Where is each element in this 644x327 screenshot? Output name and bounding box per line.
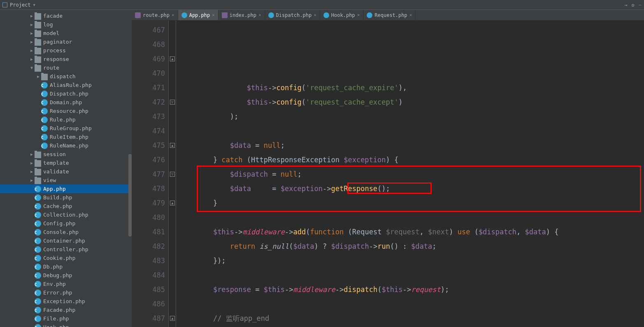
folder-icon — [35, 13, 41, 20]
tree-arrow[interactable]: ▶ — [30, 57, 34, 61]
tree-item-Build-php[interactable]: Build.php — [0, 193, 132, 202]
tab-Dispatch-php[interactable]: Dispatch.php× — [265, 10, 320, 20]
fold-marker[interactable]: ▽ — [170, 100, 175, 105]
line-number: 484 — [132, 268, 165, 283]
close-icon[interactable]: × — [314, 12, 316, 18]
tree-item-RuleItem-php[interactable]: RuleItem.php — [0, 133, 132, 141]
tree-item-AliasRule-php[interactable]: AliasRule.php — [0, 81, 132, 89]
tree-item-Domain-php[interactable]: Domain.php — [0, 98, 132, 107]
line-number: 481 — [132, 225, 165, 239]
close-icon[interactable]: × — [258, 12, 261, 18]
fold-marker[interactable]: ▲ — [170, 316, 175, 321]
fold-marker[interactable]: ▲ — [170, 143, 175, 148]
tree-item-Exception-php[interactable]: Exception.php — [0, 297, 132, 306]
code-line: $dispatch = null; — [179, 167, 644, 182]
tree-item-label: process — [43, 47, 66, 54]
tree-item-route[interactable]: ▼route — [0, 63, 132, 72]
tree-item-label: log — [43, 21, 53, 28]
line-gutter: 4674684694704714724734744754764774784794… — [132, 21, 169, 327]
tree-item-session[interactable]: ▶session — [0, 150, 132, 159]
tree-item-Cookie-php[interactable]: Cookie.php — [0, 254, 132, 262]
close-icon[interactable]: × — [212, 12, 215, 18]
tree-arrow[interactable]: ▶ — [30, 22, 34, 27]
code-editor[interactable]: $this->config('request_cache_expire'), $… — [176, 21, 644, 327]
code-line — [179, 124, 644, 138]
project-tree[interactable]: ▶facade▶log▶model▶paginator▶process▶resp… — [0, 10, 132, 327]
fold-marker[interactable]: ▽ — [170, 172, 175, 177]
tree-item-facade[interactable]: ▶facade — [0, 12, 132, 20]
tree-item-File-php[interactable]: File.php — [0, 314, 132, 323]
tree-item-Dispatch-php[interactable]: Dispatch.php — [0, 89, 132, 98]
tree-arrow[interactable]: ▶ — [30, 161, 34, 165]
tree-item-process[interactable]: ▶process — [0, 46, 132, 55]
tree-arrow[interactable]: ▶ — [30, 48, 34, 53]
tree-item-Hook-php[interactable]: Hook.php — [0, 323, 132, 327]
tree-item-label: Cache.php — [43, 203, 72, 209]
tree-arrow[interactable]: ▶ — [30, 14, 34, 18]
project-dropdown[interactable]: Project ▼ — [2, 2, 35, 8]
tree-item-label: Collection.php — [43, 212, 88, 218]
tree-item-log[interactable]: ▶log — [0, 20, 132, 29]
tree-item-label: Db.php — [43, 264, 63, 270]
tree-item-Container-php[interactable]: Container.php — [0, 236, 132, 245]
tree-item-response[interactable]: ▶response — [0, 55, 132, 63]
tree-item-Env-php[interactable]: Env.php — [0, 280, 132, 288]
tree-arrow[interactable]: ▶ — [30, 169, 34, 174]
hide-icon[interactable]: — — [639, 2, 642, 8]
code-line: return is_null($data) ? $dispatch->run()… — [179, 239, 644, 254]
folder-icon — [41, 74, 48, 80]
tab-index-php[interactable]: index.php× — [219, 10, 265, 20]
tree-item-label: Env.php — [43, 281, 66, 287]
settings-icon[interactable]: ✿ — [632, 2, 635, 8]
tree-arrow[interactable]: ▼ — [30, 65, 34, 70]
tree-item-RuleGroup-php[interactable]: RuleGroup.php — [0, 124, 132, 133]
code-line: $data = null; — [179, 138, 644, 153]
tree-item-Debug-php[interactable]: Debug.php — [0, 271, 132, 280]
tree-arrow[interactable]: ▶ — [30, 31, 34, 35]
folder-icon — [35, 65, 41, 72]
tree-scrollbar[interactable] — [128, 154, 132, 236]
tree-arrow[interactable]: ▶ — [36, 74, 40, 79]
tree-item-Rule-php[interactable]: Rule.php — [0, 115, 132, 124]
line-number: 469 — [132, 52, 165, 66]
tree-item-Controller-php[interactable]: Controller.php — [0, 245, 132, 254]
tree-arrow[interactable]: ▶ — [30, 40, 34, 44]
tree-item-Facade-php[interactable]: Facade.php — [0, 306, 132, 314]
tab-Hook-php[interactable]: Hook.php× — [320, 10, 363, 20]
tree-item-App-php[interactable]: App.php — [0, 185, 132, 193]
fold-marker[interactable]: ▲ — [170, 201, 175, 206]
tree-item-Cache-php[interactable]: Cache.php — [0, 202, 132, 210]
tree-item-Db-php[interactable]: Db.php — [0, 262, 132, 271]
tree-item-Resource-php[interactable]: Resource.php — [0, 107, 132, 115]
folder-icon — [35, 152, 41, 158]
tree-item-label: Console.php — [43, 229, 79, 235]
tab-route-php[interactable]: route.php× — [132, 10, 178, 20]
tree-item-Console-php[interactable]: Console.php — [0, 228, 132, 236]
code-line: ); — [179, 110, 644, 124]
tree-item-Error-php[interactable]: Error.php — [0, 288, 132, 297]
line-number: 478 — [132, 182, 165, 196]
tree-item-view[interactable]: ▶view — [0, 176, 132, 185]
tree-item-validate[interactable]: ▶validate — [0, 167, 132, 176]
close-icon[interactable]: × — [172, 12, 174, 18]
tab-Request-php[interactable]: Request.php× — [363, 10, 416, 20]
collapse-icon[interactable]: ⇥ — [624, 2, 627, 8]
tree-item-template[interactable]: ▶template — [0, 159, 132, 167]
tree-item-Collection-php[interactable]: Collection.php — [0, 210, 132, 219]
editor-tabs: route.php×App.php×index.php×Dispatch.php… — [132, 10, 644, 21]
tree-item-model[interactable]: ▶model — [0, 29, 132, 37]
close-icon[interactable]: × — [357, 12, 360, 18]
tree-item-RuleName-php[interactable]: RuleName.php — [0, 141, 132, 150]
fold-marker[interactable]: ▲ — [170, 56, 175, 61]
close-icon[interactable]: × — [409, 12, 412, 18]
tree-item-Config-php[interactable]: Config.php — [0, 219, 132, 228]
php-file-icon — [35, 298, 41, 305]
tree-arrow[interactable]: ▶ — [30, 178, 34, 182]
tree-item-label: facade — [43, 13, 63, 19]
tab-label: Request.php — [374, 12, 407, 18]
tree-item-paginator[interactable]: ▶paginator — [0, 37, 132, 46]
tab-App-php[interactable]: App.php× — [178, 10, 219, 20]
tree-arrow[interactable]: ▶ — [30, 152, 34, 156]
tree-item-dispatch[interactable]: ▶dispatch — [0, 72, 132, 81]
folder-icon — [35, 39, 41, 46]
